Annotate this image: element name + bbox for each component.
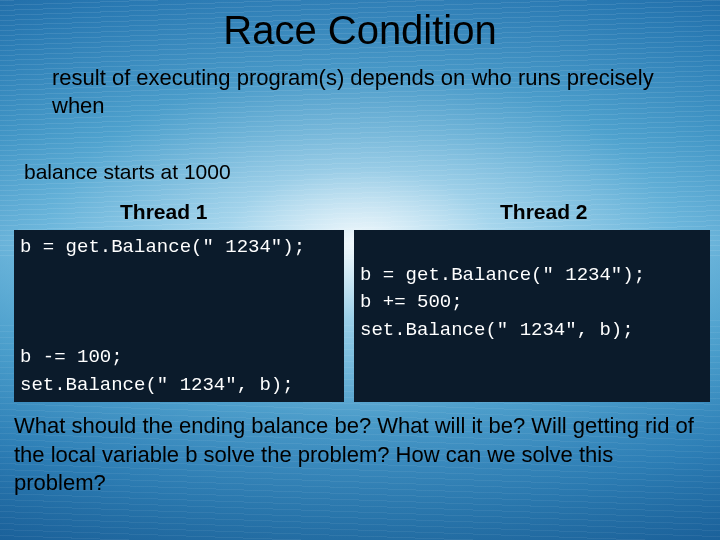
slide: Race Condition result of executing progr… <box>0 0 720 540</box>
questions-text: What should the ending balance be? What … <box>14 412 706 498</box>
slide-title: Race Condition <box>0 8 720 53</box>
balance-start-text: balance starts at 1000 <box>24 160 231 184</box>
slide-subtitle: result of executing program(s) depends o… <box>52 64 680 120</box>
thread-2-code: b = get.Balance(" 1234"); b += 500; set.… <box>354 230 710 402</box>
thread-1-header: Thread 1 <box>120 200 208 224</box>
thread-1-code: b = get.Balance(" 1234"); b -= 100; set.… <box>14 230 344 402</box>
thread-2-header: Thread 2 <box>500 200 588 224</box>
